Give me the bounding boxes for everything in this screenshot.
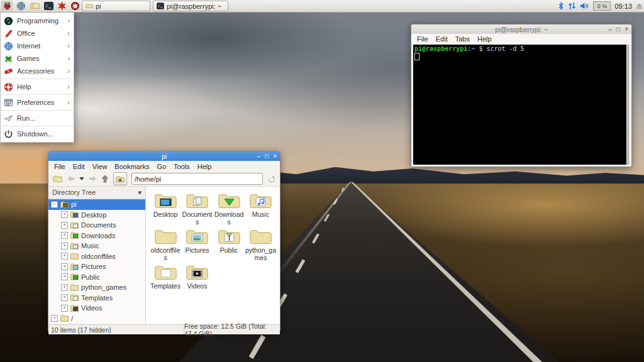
web-browser-icon[interactable] [15,1,26,11]
menu-item-accessories[interactable]: Accessories› [1,65,74,77]
expand-icon[interactable]: + [61,284,68,291]
mathematica-icon[interactable] [56,1,67,11]
folder-item-pictures[interactable]: Pictures [182,226,213,261]
terminal-menu-edit[interactable]: Edit [436,35,448,43]
expand-icon[interactable]: + [51,315,58,322]
forward-icon[interactable] [89,175,97,182]
folder-item-oldconffiles[interactable]: oldconffiles [150,226,181,261]
collapse-icon[interactable]: − [51,201,58,208]
tree-item-documents[interactable]: + Documents [48,220,145,231]
folder-item-public[interactable]: Public [213,226,245,261]
submenu-arrow-icon: › [67,16,70,25]
menu-item-preferences[interactable]: Preferences› [1,96,74,109]
path-input[interactable] [131,173,263,185]
expand-icon[interactable]: + [61,222,68,229]
menu-item-run[interactable]: Run... [1,112,74,124]
terminal-screen[interactable]: pi@raspberrypi:~ $ scrot -d 5 [413,45,626,165]
network-arrows-icon[interactable] [568,2,576,10]
tree-item-python-games[interactable]: + python_games [48,282,145,293]
submenu-arrow-icon: › [67,82,70,91]
games-icon [4,54,13,63]
folder-item-downloads[interactable]: Downloads [213,190,245,226]
home-folder-icon [116,175,125,183]
folder-item-desktop[interactable]: Desktop [150,190,181,226]
fm-menu-go[interactable]: Go [157,163,166,170]
tree-item-pi[interactable]: − pi [48,199,145,210]
back-icon[interactable] [67,175,75,182]
fm-menu-help[interactable]: Help [197,163,212,170]
fm-menu-bookmarks[interactable]: Bookmarks [114,163,149,170]
minimize-button[interactable]: – [609,26,613,33]
folder-item-python-games[interactable]: python_games [245,226,277,261]
close-button[interactable]: × [273,153,277,160]
programming-icon [4,16,13,26]
submenu-arrow-icon: › [67,98,70,107]
sidebar-mode-select[interactable]: Directory Tree ▾ [48,187,145,199]
file-manager-icon[interactable] [29,1,40,11]
tree-item-music[interactable]: + Music [48,241,145,251]
expand-icon[interactable]: + [61,211,68,218]
expand-icon[interactable]: + [61,232,68,239]
task-button-terminal[interactable]: pi@raspberrypi: ~ [153,1,228,11]
shutdown-icon [4,129,13,139]
tree-item-oldconffiles[interactable]: + oldconffiles [48,251,145,262]
menu-item-shutdown[interactable]: Shutdown... [1,128,74,140]
folder-item-documents[interactable]: Documents [182,190,213,226]
folder-item-videos[interactable]: Videos [182,261,213,290]
tree-item-root[interactable]: + / [48,314,145,324]
maximize-button[interactable]: □ [265,153,269,160]
tree-item-public[interactable]: + Public [48,272,145,283]
expand-icon[interactable]: + [61,243,68,250]
folder-icon [70,305,79,312]
terminal-menu-tabs[interactable]: Tabs [455,35,470,43]
accessories-icon [4,67,13,76]
tree-item-templates[interactable]: + Templates [48,293,145,304]
submenu-arrow-icon: › [67,67,70,75]
task-button-file-manager[interactable]: pi [82,1,150,11]
up-icon[interactable] [101,175,109,183]
cpu-monitor[interactable]: 0 % [593,1,611,11]
history-chevron-icon[interactable] [79,177,84,180]
expand-icon[interactable]: + [61,263,68,270]
minimize-button[interactable]: – [257,153,261,160]
fm-menu-view[interactable]: View [92,163,108,170]
bluetooth-icon[interactable] [558,2,564,10]
tree-item-pictures[interactable]: + Pictures [48,261,145,272]
eject-icon[interactable] [636,3,643,9]
expand-icon[interactable]: + [61,305,68,312]
home-button[interactable] [113,172,127,185]
fm-menu-tools[interactable]: Tools [174,163,190,170]
folder-icon [86,3,93,9]
volume-icon[interactable] [580,2,589,10]
wolfram-icon[interactable] [69,1,80,11]
task-button-label: pi [96,3,101,10]
clock[interactable]: 09:13 [614,3,632,10]
folder-item-music[interactable]: Music [245,190,277,226]
expand-icon[interactable]: + [61,273,68,280]
fm-menu-edit[interactable]: Edit [73,163,85,170]
menu-item-office[interactable]: Office› [1,27,74,40]
file-manager-titlebar[interactable]: pi – □ × [48,151,280,161]
tree-item-videos[interactable]: + Videos [48,303,145,314]
menu-item-programming[interactable]: Programming› [1,14,74,27]
menu-item-help[interactable]: Help› [1,80,74,93]
expand-icon[interactable]: + [61,253,68,260]
terminal-scrollbar[interactable] [626,45,630,165]
jump-icon[interactable] [267,175,275,183]
close-button[interactable]: × [625,26,628,33]
tree-item-downloads[interactable]: + Downloads [48,231,145,241]
menu-item-games[interactable]: Games› [1,52,74,65]
fm-menu-file[interactable]: File [54,163,65,170]
folder-item-templates[interactable]: Templates [150,261,181,290]
raspberry-menu-icon[interactable] [1,1,13,11]
fm-file-view: Desktop Documents Downloads Music oldcon… [146,187,280,324]
terminal-titlebar[interactable]: pi@raspberrypi: ~ – □ × [411,25,631,34]
terminal-menu-file[interactable]: File [417,35,428,43]
new-tab-icon[interactable] [53,175,62,183]
tree-item-desktop[interactable]: + Desktop [48,210,145,221]
terminal-icon[interactable] [43,1,54,11]
expand-icon[interactable]: + [61,294,68,301]
menu-item-internet[interactable]: Internet› [1,40,74,52]
terminal-menu-help[interactable]: Help [477,35,492,43]
maximize-button[interactable]: □ [616,26,620,33]
